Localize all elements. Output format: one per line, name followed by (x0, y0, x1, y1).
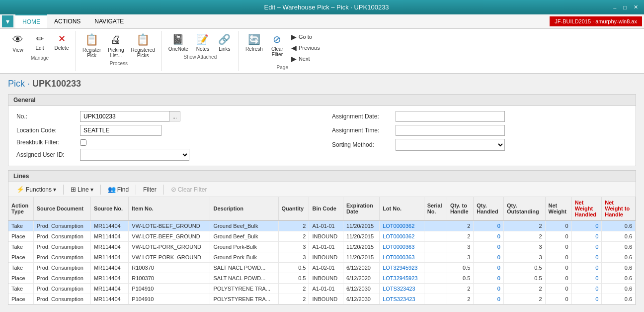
tab-actions[interactable]: ACTIONS (47, 15, 87, 28)
clear-filter-icon: ⊘ (273, 33, 281, 45)
sorting-method-select[interactable] (396, 139, 505, 151)
register-pick-button[interactable]: 📋 RegisterPick (80, 32, 103, 60)
ribbon-group-process: 📋 RegisterPick 🖨 PickingList... 📋 Regist… (76, 31, 162, 71)
minimize-button[interactable]: – (610, 3, 619, 11)
menu-bar: ▾ HOME ACTIONS NAVIGATE JF-BUILD2015 · a… (0, 14, 644, 29)
edit-button[interactable]: ✏ Edit (30, 32, 50, 52)
find-button[interactable]: 👥 Find (104, 184, 133, 195)
tab-navigate[interactable]: NAVIGATE (87, 15, 131, 28)
show-attached-label: Show Attached (184, 54, 217, 60)
page-navigation: ▶ Go to ◀ Previous ▶ Next (289, 32, 322, 64)
table-row[interactable]: TakeProd. ConsumptionMR114404R100370SALT… (8, 263, 636, 273)
table-row[interactable]: PlaceProd. ConsumptionMR114404VW-LOTE-PO… (8, 252, 636, 263)
title-bar: Edit – Warehouse Pick – Pick · UPK100233… (0, 0, 644, 14)
server-info: JF-BUILD2015 · amurphy-win8.ax (550, 16, 642, 26)
breakbulk-label: Breakbulk Filter: (16, 139, 76, 146)
next-button[interactable]: ▶ Next (289, 54, 322, 64)
links-icon: 🔗 (218, 33, 231, 45)
sorting-method-label: Sorting Method: (332, 141, 392, 148)
clear-filter-lines-button[interactable]: ⊘ Clear Filter (167, 184, 211, 195)
ribbon-group-show-attached: 📓 OneNote 📝 Notes 🔗 Links Show Attached (162, 31, 239, 71)
assignment-time-row: Assignment Time: (332, 125, 628, 136)
ribbon: 👁 View ✏ Edit ✕ Delete Manage 📋 Register… (0, 29, 644, 74)
assignment-date-input[interactable] (396, 111, 505, 122)
find-icon: 👥 (108, 186, 116, 193)
clear-filter-button[interactable]: ⊘ ClearFilter (267, 32, 287, 59)
table-row[interactable]: PlaceProd. ConsumptionMR114404P104910POL… (8, 294, 636, 305)
col-source-no: Source No. (90, 197, 128, 220)
title-bar-text: Edit – Warehouse Pick – Pick · UPK100233 (43, 3, 610, 11)
links-button[interactable]: 🔗 Links (215, 32, 235, 53)
general-section-body: No.: ... Location Code: Breakbulk Filter… (8, 106, 636, 166)
col-action-type: ActionType (8, 197, 33, 220)
ribbon-group-manage: 👁 View ✏ Edit ✕ Delete Manage (4, 31, 76, 71)
toolbar-sep-2 (100, 185, 101, 195)
lines-header: Lines (8, 171, 636, 182)
clear-filter-lines-icon: ⊘ (171, 186, 176, 193)
line-button[interactable]: ⊞ Line ▾ (67, 184, 97, 195)
nav-arrow-button[interactable]: ▾ (2, 15, 13, 27)
refresh-button[interactable]: 🔄 Refresh (243, 32, 265, 53)
table-row[interactable]: PlaceProd. ConsumptionMR114404R100370SAL… (8, 273, 636, 284)
location-input[interactable] (80, 125, 161, 136)
no-input[interactable] (80, 111, 169, 122)
toolbar-sep-3 (136, 185, 136, 195)
col-expiration-date: ExpirationDate (343, 197, 379, 220)
location-label: Location Code: (16, 127, 76, 134)
table-row[interactable]: TakeProd. ConsumptionMR114404P104910POLY… (8, 284, 636, 294)
lines-section: Lines ⚡ Functions ▾ ⊞ Line ▾ 👥 Find Filt… (8, 170, 636, 305)
col-bin-code: Bin Code (309, 197, 343, 220)
delete-button[interactable]: ✕ Delete (52, 32, 72, 52)
view-icon: 👁 (12, 33, 23, 46)
general-right-col: Assignment Date: Assignment Time: Sortin… (332, 111, 628, 161)
table-row[interactable]: TakeProd. ConsumptionMR114404VW-LOTE-POR… (8, 242, 636, 252)
toolbar-sep-4 (163, 185, 164, 195)
breakbulk-field-row: Breakbulk Filter: (16, 139, 312, 146)
general-section-header[interactable]: General (8, 95, 636, 106)
table-row[interactable]: TakeProd. ConsumptionMR114404VW-LOTE-BEE… (8, 220, 636, 231)
lines-table-wrap: ActionType Source Document Source No. It… (8, 197, 636, 305)
col-net-weight-to-handle: NetWeight toHandle (602, 197, 636, 220)
col-quantity: Quantity (278, 197, 309, 220)
registered-picks-button[interactable]: 📋 RegisteredPicks (129, 32, 158, 60)
no-lookup-button[interactable]: ... (169, 111, 180, 121)
lines-toolbar: ⚡ Functions ▾ ⊞ Line ▾ 👥 Find Filter ⊘ (8, 182, 636, 197)
notes-icon: 📝 (196, 33, 209, 45)
tab-home[interactable]: HOME (15, 14, 47, 28)
maximize-button[interactable]: □ (620, 3, 630, 11)
sorting-method-row: Sorting Method: (332, 139, 628, 151)
no-field-row: No.: ... (16, 111, 312, 122)
view-button[interactable]: 👁 View (8, 32, 28, 54)
col-qty-to-handle: Qty. toHandle (447, 197, 473, 220)
ribbon-group-page: 🔄 Refresh ⊘ ClearFilter ▶ Go to ◀ Previo… (239, 31, 326, 71)
col-source-document: Source Document (33, 197, 90, 220)
page-group-label: Page (277, 65, 288, 70)
previous-button[interactable]: ◀ Previous (289, 43, 322, 53)
general-section: General No.: ... Location Code: Breakbul… (8, 94, 636, 166)
goto-button[interactable]: ▶ Go to (289, 32, 322, 42)
line-icon: ⊞ (71, 186, 76, 193)
toolbar-sep-1 (63, 185, 64, 195)
filter-button[interactable]: Filter (139, 185, 161, 195)
page-title: Pick · UPK100233 (8, 79, 636, 89)
picking-list-button[interactable]: 🖨 PickingList... (105, 32, 126, 60)
col-serial-no: SerialNo. (424, 197, 447, 220)
col-lot-no: Lot No. (380, 197, 424, 220)
onenote-icon: 📓 (172, 33, 184, 45)
assigned-user-select[interactable] (80, 149, 189, 161)
next-icon: ▶ (291, 55, 297, 63)
col-qty-outstanding: Qty.Outstanding (503, 197, 545, 220)
onenote-button[interactable]: 📓 OneNote (166, 32, 191, 53)
functions-button[interactable]: ⚡ Functions ▾ (12, 184, 60, 195)
close-button[interactable]: ✕ (631, 3, 641, 11)
picking-list-icon: 🖨 (110, 33, 121, 46)
table-row[interactable]: PlaceProd. ConsumptionMR114404VW-LOTE-BE… (8, 231, 636, 242)
registered-picks-icon: 📋 (136, 33, 150, 46)
col-net-weight-handled: NetWeightHandled (571, 197, 602, 220)
assignment-time-input[interactable] (396, 125, 505, 136)
breakbulk-checkbox[interactable] (80, 139, 86, 146)
notes-button[interactable]: 📝 Notes (193, 32, 213, 53)
assignment-date-label: Assignment Date: (332, 113, 392, 120)
col-item-no: Item No. (129, 197, 210, 220)
no-input-group: ... (80, 111, 180, 122)
